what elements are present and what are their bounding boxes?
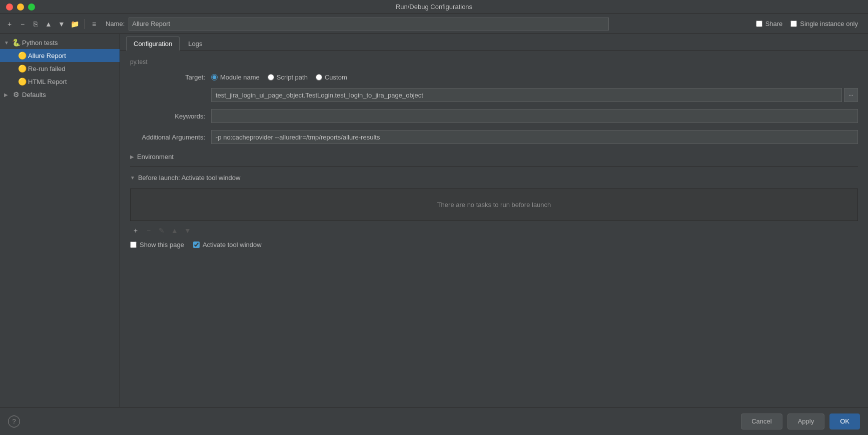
tab-configuration[interactable]: Configuration <box>126 36 180 50</box>
environment-label: Environment <box>137 153 174 160</box>
activate-window-checkbox[interactable] <box>193 242 200 248</box>
config-content: py.test Target: Module name Script path <box>120 50 868 407</box>
bottom-buttons: Cancel Apply OK <box>741 414 860 430</box>
no-tasks-message: There are no tasks to run before launch <box>130 188 858 221</box>
defaults-icon: ⚙ <box>12 90 20 98</box>
show-page-label: Show this page <box>140 241 184 248</box>
single-instance-section: Single instance only <box>790 20 864 28</box>
target-options: Module name Script path Custom <box>211 74 347 81</box>
radio-custom[interactable]: Custom <box>316 74 347 81</box>
sidebar-item-allure-report[interactable]: 🟡 Allure Report <box>0 49 120 62</box>
toggle-arrow-python-tests: ▼ <box>4 40 10 46</box>
toggle-arrow-defaults: ▶ <box>4 92 10 98</box>
environment-header[interactable]: ▶ Environment <box>130 151 858 162</box>
tab-logs[interactable]: Logs <box>181 36 210 50</box>
move-up-button[interactable]: ▲ <box>43 18 54 30</box>
radio-custom-label: Custom <box>325 74 347 81</box>
additional-args-input[interactable] <box>211 130 858 144</box>
activate-window-option[interactable]: Activate tool window <box>193 241 262 248</box>
single-instance-label: Single instance only <box>800 20 858 28</box>
before-launch-arrow: ▼ <box>130 175 135 180</box>
launch-move-up-button[interactable]: ▲ <box>169 225 180 236</box>
target-input-wrapper: ··· <box>211 88 858 102</box>
tabs: Configuration Logs <box>120 34 868 50</box>
keywords-input-wrapper <box>211 109 858 123</box>
rerun-failed-icon: 🟡 <box>18 64 26 72</box>
copy-button[interactable]: ⎘ <box>30 18 41 30</box>
sidebar-item-html-report[interactable]: 🟡 HTML Report <box>0 75 120 88</box>
apply-button[interactable]: Apply <box>787 414 825 430</box>
before-launch-label: Before launch: Activate tool window <box>138 174 241 182</box>
before-launch-section: ▼ Before launch: Activate tool window Th… <box>130 171 858 248</box>
share-label: Share <box>765 20 783 28</box>
environment-section[interactable]: ▶ Environment <box>130 151 858 162</box>
radio-module-name-label: Module name <box>220 74 260 81</box>
additional-args-row: Additional Arguments: <box>130 130 858 144</box>
launch-remove-button[interactable]: − <box>143 225 154 236</box>
main-container: + − ⎘ ▲ ▼ 📁 ≡ Name: Share Single instanc… <box>0 14 868 435</box>
target-value-input[interactable] <box>211 88 842 102</box>
show-page-checkbox[interactable] <box>130 242 137 248</box>
name-section: Name: <box>102 18 754 30</box>
keywords-input[interactable] <box>211 109 858 123</box>
radio-script-path-input[interactable] <box>268 74 274 80</box>
window-title: Run/Debug Configurations <box>396 3 472 10</box>
bottom-bar: ? Cancel Apply OK <box>0 407 868 435</box>
main-panel: Configuration Logs py.test Target: Modul… <box>120 34 868 407</box>
launch-move-down-button[interactable]: ▼ <box>182 225 193 236</box>
before-launch-header[interactable]: ▼ Before launch: Activate tool window <box>130 171 858 184</box>
keywords-label: Keywords: <box>130 112 211 120</box>
additional-args-label: Additional Arguments: <box>130 134 211 141</box>
minimize-button[interactable] <box>17 4 24 10</box>
toolbar: + − ⎘ ▲ ▼ 📁 ≡ Name: Share Single instanc… <box>0 14 868 34</box>
close-button[interactable] <box>6 4 13 10</box>
radio-module-name[interactable]: Module name <box>211 74 260 81</box>
sidebar-item-rerun-failed[interactable]: 🟡 Re-run failed <box>0 62 120 75</box>
add-button[interactable]: + <box>4 18 15 30</box>
separator-1 <box>84 19 85 29</box>
name-label: Name: <box>106 20 125 28</box>
target-row: Target: Module name Script path Custo <box>130 74 858 81</box>
html-report-icon: 🟡 <box>18 78 26 86</box>
remove-button[interactable]: − <box>17 18 28 30</box>
additional-args-input-wrapper <box>211 130 858 144</box>
defaults-label: Defaults <box>22 91 46 98</box>
ok-button[interactable]: OK <box>829 414 860 430</box>
launch-toolbar: + − ✎ ▲ ▼ <box>130 225 858 236</box>
radio-custom-input[interactable] <box>316 74 322 80</box>
target-value-row: ··· <box>130 88 858 102</box>
rerun-failed-label: Re-run failed <box>28 65 65 72</box>
radio-script-path[interactable]: Script path <box>268 74 308 81</box>
html-report-label: HTML Report <box>28 78 67 86</box>
cancel-button[interactable]: Cancel <box>741 414 782 430</box>
browse-button[interactable]: ··· <box>844 88 858 102</box>
environment-arrow: ▶ <box>130 154 134 160</box>
launch-add-button[interactable]: + <box>130 225 141 236</box>
pytest-label: py.test <box>130 58 858 68</box>
share-section: Share <box>756 20 789 28</box>
allure-report-label: Allure Report <box>28 52 66 60</box>
single-instance-checkbox[interactable] <box>790 20 797 27</box>
launch-options: Show this page Activate tool window <box>130 241 858 248</box>
folder-button[interactable]: 📁 <box>69 18 80 30</box>
content-area: ▼ 🐍 Python tests 🟡 Allure Report 🟡 Re-ru… <box>0 34 868 407</box>
keywords-row: Keywords: <box>130 109 858 123</box>
radio-module-name-input[interactable] <box>211 74 218 80</box>
python-tests-icon: 🐍 <box>12 38 20 46</box>
help-button[interactable]: ? <box>8 416 20 428</box>
sort-button[interactable]: ≡ <box>89 18 100 30</box>
python-tests-label: Python tests <box>22 39 58 46</box>
move-down-button[interactable]: ▼ <box>56 18 67 30</box>
maximize-button[interactable] <box>28 4 35 10</box>
show-page-option[interactable]: Show this page <box>130 241 184 248</box>
name-input[interactable] <box>129 18 609 30</box>
sidebar: ▼ 🐍 Python tests 🟡 Allure Report 🟡 Re-ru… <box>0 34 120 407</box>
sidebar-item-python-tests[interactable]: ▼ 🐍 Python tests <box>0 36 120 49</box>
target-label: Target: <box>130 74 205 81</box>
window-controls <box>6 4 35 10</box>
launch-edit-button[interactable]: ✎ <box>156 225 167 236</box>
share-checkbox[interactable] <box>756 20 762 27</box>
sidebar-item-defaults[interactable]: ▶ ⚙ Defaults <box>0 88 120 101</box>
title-bar: Run/Debug Configurations <box>0 0 868 14</box>
divider-1 <box>130 166 858 167</box>
